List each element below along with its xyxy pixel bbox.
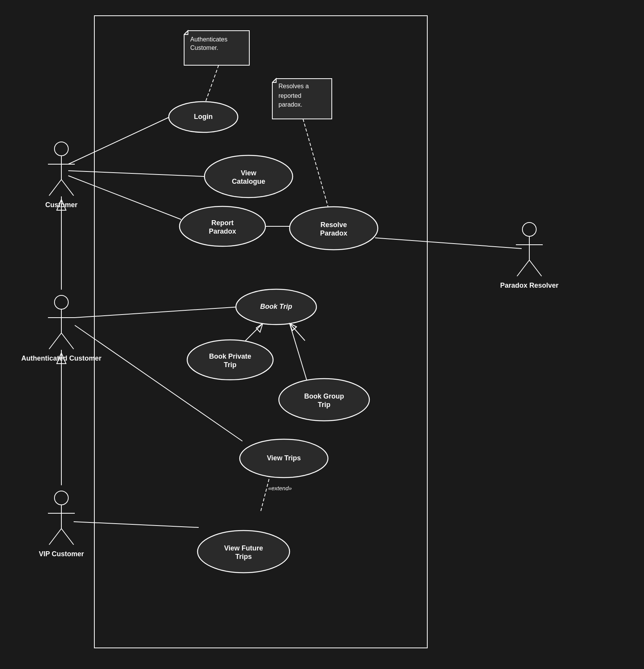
auth-to-book-trip <box>75 307 239 318</box>
svg-line-5 <box>49 180 61 196</box>
book-trip-label: Book Trip <box>260 303 292 310</box>
svg-line-11 <box>61 333 74 349</box>
login-label: Login <box>194 113 213 120</box>
report-paradox-label1: Report <box>211 219 234 227</box>
note-auth-text: Authenticates <box>190 36 227 43</box>
note-paradox-text3: paradox. <box>278 101 302 108</box>
book-group-trip-label1: Book Group <box>304 392 344 400</box>
svg-point-12 <box>54 491 68 505</box>
resolve-paradox-label2: Paradox <box>320 229 347 237</box>
vip-to-view-future-trips <box>74 522 199 527</box>
note-auth-to-login <box>205 65 219 103</box>
cust-to-view-catalogue <box>68 171 204 176</box>
vip-customer-label: VIP Customer <box>39 550 84 558</box>
view-future-trips-label2: Trips <box>235 553 252 560</box>
actor-vip-customer: VIP Customer <box>39 491 84 558</box>
note-paradox-text2: reported <box>278 92 301 99</box>
group-to-book-trip-line2 <box>290 323 307 381</box>
note-paradox-to-resolve <box>303 119 328 206</box>
view-future-trips-label1: View Future <box>224 544 263 552</box>
view-catalogue-label2: Catalogue <box>232 178 265 185</box>
cust-to-report-paradox <box>68 176 181 219</box>
book-private-trip-label1: Book Private <box>209 353 251 360</box>
extend-label: «extend» <box>268 485 292 491</box>
book-group-trip-label2: Trip <box>318 401 330 409</box>
report-paradox-label2: Paradox <box>209 227 236 235</box>
actor-paradox-resolver: Paradox Resolver <box>500 222 558 289</box>
svg-line-16 <box>61 529 74 545</box>
main-svg: Authenticates Customer. Resolves a repor… <box>0 0 644 669</box>
diagram-container: Authenticates Customer. Resolves a repor… <box>0 0 644 669</box>
note-paradox-text1: Resolves a <box>278 83 309 89</box>
svg-line-15 <box>49 529 61 545</box>
resolve-to-paradox-resolver <box>375 238 522 249</box>
svg-point-7 <box>54 295 68 309</box>
svg-line-6 <box>61 180 74 196</box>
view-catalogue-label1: View <box>241 169 257 177</box>
note-auth: Authenticates Customer. <box>184 31 249 65</box>
note-paradox: Resolves a reported paradox. <box>272 79 332 119</box>
svg-line-10 <box>49 333 61 349</box>
note-auth-text2: Customer. <box>190 44 218 51</box>
svg-point-17 <box>522 222 536 236</box>
paradox-resolver-label: Paradox Resolver <box>500 282 558 289</box>
svg-point-2 <box>54 142 68 156</box>
svg-line-20 <box>517 260 529 276</box>
resolve-paradox-label1: Resolve <box>320 221 347 229</box>
book-private-trip-label2: Trip <box>224 361 236 369</box>
view-trips-label: View Trips <box>267 454 301 462</box>
svg-line-21 <box>529 260 542 276</box>
cust-to-login <box>68 117 170 164</box>
